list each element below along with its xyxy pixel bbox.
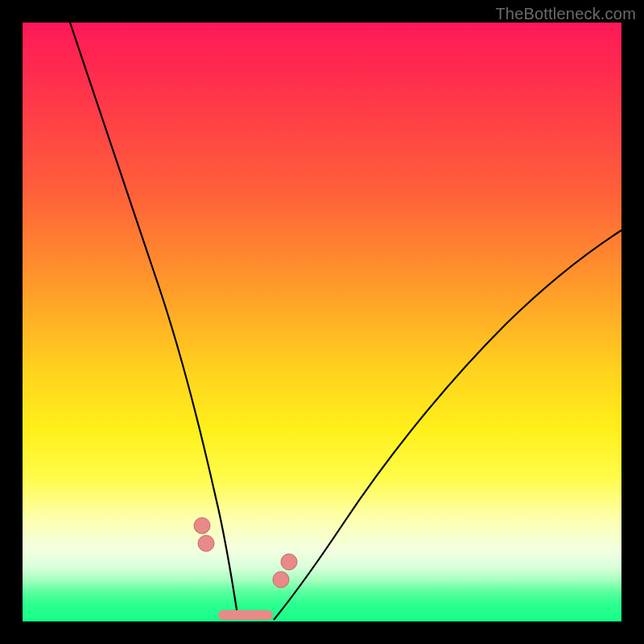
plot-area (23, 23, 621, 621)
right-upper-dot (281, 554, 297, 570)
left-lower-dot (198, 535, 214, 551)
right-curve (274, 230, 621, 620)
left-curve (70, 23, 238, 620)
watermark-text: TheBottleneck.com (495, 5, 636, 23)
curve-layer (23, 23, 621, 621)
left-upper-dot (194, 518, 210, 534)
right-lower-dot (273, 572, 289, 588)
outer-frame: TheBottleneck.com (0, 0, 644, 644)
